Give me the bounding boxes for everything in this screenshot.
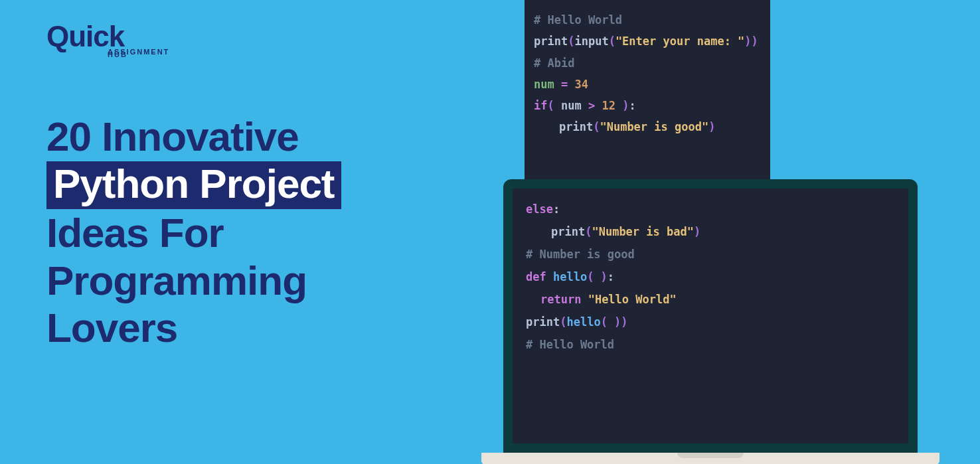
code-line: print(input("Enter your name: ")): [534, 31, 761, 52]
code-line: print("Number is bad"): [526, 220, 895, 243]
code-line: if( num > 12 ):: [534, 95, 761, 116]
laptop-notch: [677, 453, 744, 458]
code-line: num = 34: [534, 74, 761, 95]
headline-line-1: 20 Innovative: [46, 113, 341, 160]
laptop-screen-code: else: print("Number is bad") # Number is…: [513, 189, 908, 443]
laptop-bezel: else: print("Number is bad") # Number is…: [503, 179, 918, 453]
laptop-base: [481, 453, 939, 464]
code-line: return "Hello World": [526, 288, 895, 311]
code-line: # Abid: [534, 52, 761, 74]
code-line: # Hello World: [526, 333, 895, 356]
headline-line-3: Ideas For: [46, 209, 341, 256]
code-line: print(hello( )): [526, 311, 895, 333]
headline-highlight: Python Project: [46, 161, 341, 209]
code-line: # Number is good: [526, 243, 895, 266]
code-line: print("Number is good"): [534, 116, 761, 137]
code-line: # Hello World: [534, 9, 761, 31]
headline-line-4: Programming: [46, 257, 341, 304]
headline-line-5: Lovers: [46, 304, 341, 351]
code-line: def hello( ):: [526, 266, 895, 288]
main-headline: 20 Innovative Python Project Ideas For P…: [46, 113, 341, 351]
laptop-illustration: else: print("Number is bad") # Number is…: [503, 179, 918, 464]
code-line: else:: [526, 198, 895, 220]
brand-logo: Quick ASSIGNMENT HUB: [46, 20, 169, 58]
code-panel-background: # Hello World print(input("Enter your na…: [525, 0, 770, 193]
